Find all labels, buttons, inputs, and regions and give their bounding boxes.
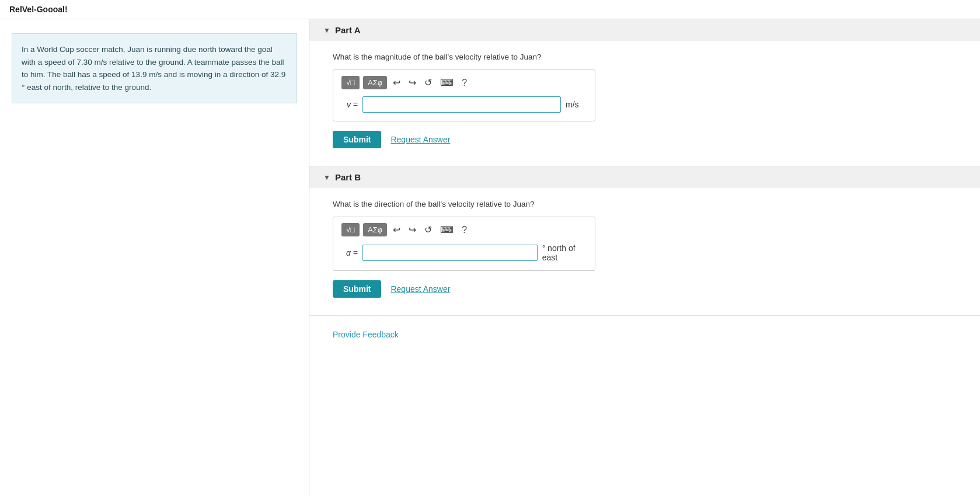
part-b-math-button[interactable]: √□ [341, 223, 360, 236]
part-a-chevron[interactable]: ▼ [323, 26, 330, 34]
part-b-section: ▼ Part B What is the direction of the ba… [309, 166, 980, 316]
part-a-submit-button[interactable]: Submit [333, 131, 381, 148]
part-b-chevron[interactable]: ▼ [323, 173, 330, 182]
part-a-reset-button[interactable]: ↺ [422, 76, 434, 89]
part-b-keyboard-button[interactable]: ⌨ [438, 223, 456, 236]
part-a-input[interactable] [362, 96, 561, 113]
feedback-section: Provide Feedback [309, 316, 980, 353]
part-b-answer-box: √□ AΣφ ↩ ↪ ↺ ⌨ ? α = ° north [333, 217, 595, 271]
part-b-redo-button[interactable]: ↪ [406, 223, 418, 236]
part-a-header: ▼ Part A [309, 19, 980, 41]
part-a-section: ▼ Part A What is the magnitude of the ba… [309, 19, 980, 166]
part-b-question: What is the direction of the ball's velo… [333, 200, 957, 208]
part-a-request-answer-button[interactable]: Request Answer [390, 135, 450, 144]
part-a-math-button[interactable]: √□ [341, 76, 360, 89]
part-b-input-row: α = ° north of east [341, 243, 587, 262]
part-a-question: What is the magnitude of the ball's velo… [333, 53, 957, 61]
part-b-undo-button[interactable]: ↩ [390, 223, 403, 236]
part-b-input[interactable] [362, 245, 538, 261]
part-a-action-row: Submit Request Answer [333, 131, 957, 148]
part-b-unit: ° north of east [542, 243, 587, 262]
feedback-link[interactable]: Provide Feedback [333, 330, 399, 339]
part-a-redo-button[interactable]: ↪ [406, 76, 418, 89]
part-b-symbol-button[interactable]: AΣφ [363, 223, 387, 236]
part-b-header: ▼ Part B [309, 166, 980, 188]
part-a-input-row: v = m/s [341, 96, 587, 113]
app-title: RelVel-Goooal! [0, 0, 980, 19]
part-a-toolbar: √□ AΣφ ↩ ↪ ↺ ⌨ ? [341, 76, 587, 89]
part-a-keyboard-button[interactable]: ⌨ [438, 76, 456, 89]
part-b-help-button[interactable]: ? [459, 224, 469, 236]
part-b-submit-button[interactable]: Submit [333, 280, 381, 298]
left-panel: In a World Cup soccer match, Juan is run… [0, 19, 309, 496]
part-a-undo-button[interactable]: ↩ [390, 76, 403, 89]
part-a-content: What is the magnitude of the ball's velo… [309, 41, 980, 166]
part-b-action-row: Submit Request Answer [333, 280, 957, 298]
part-a-symbol-button[interactable]: AΣφ [363, 76, 387, 89]
right-panel: ▼ Part A What is the magnitude of the ba… [309, 19, 980, 496]
part-a-input-label: v = [341, 100, 358, 109]
part-a-label: Part A [335, 25, 361, 35]
part-a-answer-box: √□ AΣφ ↩ ↪ ↺ ⌨ ? v = m/s [333, 69, 595, 121]
part-a-help-button[interactable]: ? [459, 76, 469, 89]
part-b-label: Part B [335, 172, 361, 182]
part-a-unit: m/s [566, 100, 579, 109]
problem-statement: In a World Cup soccer match, Juan is run… [12, 33, 297, 103]
part-b-request-answer-button[interactable]: Request Answer [390, 284, 450, 294]
part-b-reset-button[interactable]: ↺ [422, 223, 434, 236]
part-b-input-label: α = [341, 248, 358, 257]
part-b-content: What is the direction of the ball's velo… [309, 188, 980, 315]
part-b-toolbar: √□ AΣφ ↩ ↪ ↺ ⌨ ? [341, 223, 587, 236]
